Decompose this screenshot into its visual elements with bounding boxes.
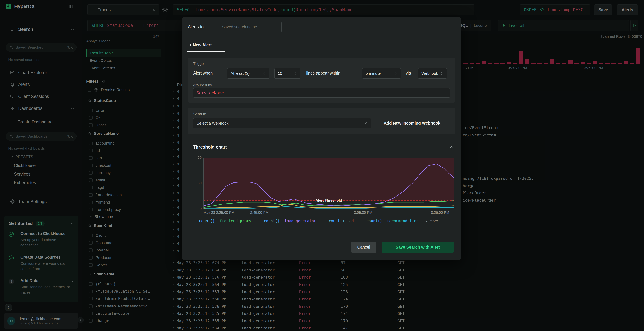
legend-item[interactable]: count() · frontend-proxy	[192, 219, 251, 223]
legend-service: frontend-proxy	[220, 219, 251, 223]
legend-separator: ·	[217, 219, 218, 223]
legend-metric: count()	[264, 219, 280, 223]
legend-service: ad	[349, 219, 354, 223]
alert-threshold-label: Alert Threshold	[316, 199, 342, 203]
condition-select[interactable]: At least (≥)	[227, 68, 269, 79]
number-spinner-icon[interactable]	[294, 72, 297, 75]
legend-service: recommendation	[387, 219, 418, 223]
condition-value: At least (≥)	[230, 71, 250, 76]
select-caret-icon	[394, 72, 397, 75]
text-cursor	[283, 71, 283, 76]
threshold-chart-title: Threshold chart	[193, 144, 227, 150]
lines-within-text: lines appear within	[306, 71, 340, 76]
threshold-input[interactable]: 10	[274, 68, 300, 79]
legend-separator: ·	[346, 219, 348, 223]
legend-item[interactable]: count() · recommendation	[359, 219, 419, 223]
trigger-section: Trigger Alert when At least (≥) 10 lines…	[188, 57, 455, 103]
x-tick: May 28 2:25:00 PM	[204, 211, 234, 215]
hyperdx-app: HyperDX Search ⌘K No saved searches Char…	[0, 0, 644, 331]
legend-metric: count()	[199, 219, 215, 223]
threshold-chart-plot: Alert Threshold	[204, 158, 454, 209]
legend-dash-icon	[322, 221, 327, 221]
x-tick: 2:45:00 PM	[250, 211, 268, 215]
y-tick: 60	[193, 155, 202, 160]
legend-metric: count()	[366, 219, 382, 223]
legend-more-button[interactable]: +3 more	[424, 219, 438, 223]
y-tick: 30	[193, 181, 202, 185]
x-tick: 3:05:00 PM	[354, 211, 372, 215]
legend-metric: count()	[328, 219, 344, 223]
legend-dash-icon	[257, 221, 262, 221]
select-caret-icon	[364, 122, 368, 125]
saved-search-name-input[interactable]	[219, 22, 282, 32]
legend-items: count() · frontend-proxy count() · load-…	[192, 219, 418, 223]
threshold-value: 10	[278, 71, 282, 76]
x-tick: 3:25:00 PM	[431, 211, 449, 215]
legend-item[interactable]: count() · load-generator	[257, 219, 316, 223]
select-caret-icon	[262, 72, 266, 75]
grouped-by-value: ServiceName	[196, 91, 224, 95]
webhook-select-value: Select a Webhook	[196, 121, 228, 126]
cancel-button[interactable]: Cancel	[351, 242, 376, 253]
y-tick: 0	[193, 207, 202, 211]
add-webhook-button[interactable]: Add New Incoming Webhook	[384, 121, 440, 126]
save-search-with-alert-button[interactable]: Save Search with Alert	[382, 242, 454, 253]
channel-value: Webhook	[422, 71, 438, 76]
select-caret-icon	[440, 72, 443, 75]
modal-title: Alerts for	[188, 24, 205, 29]
alert-modal: Alerts for + New Alert Trigger Alert whe…	[182, 17, 461, 260]
grouped-by-input[interactable]: ServiceName	[193, 88, 450, 98]
send-to-section: Send to Select a Webhook Add New Incomin…	[188, 108, 455, 134]
interval-value: 5 minute	[366, 71, 381, 76]
legend-item[interactable]: count() · ad	[322, 219, 354, 223]
tab-new-alert[interactable]: + New Alert	[189, 42, 212, 47]
grouped-by-label: grouped by	[193, 83, 212, 87]
collapse-chart-button[interactable]	[450, 145, 454, 149]
legend-separator: ·	[282, 219, 283, 223]
webhook-select[interactable]: Select a Webhook	[193, 118, 371, 128]
chevron-up-icon	[450, 145, 454, 149]
channel-select[interactable]: Webhook	[418, 68, 447, 79]
legend-dash-icon	[192, 221, 197, 221]
legend-service: load-generator	[284, 219, 316, 223]
threshold-chart-legend: count() · frontend-proxy count() · load-…	[192, 219, 453, 223]
send-to-label: Send to	[193, 112, 206, 116]
legend-separator: ·	[384, 219, 385, 223]
via-text: via	[406, 71, 411, 76]
legend-dash-icon	[359, 221, 364, 221]
interval-select[interactable]: 5 minute	[362, 68, 401, 79]
trigger-label: Trigger	[193, 61, 205, 66]
alert-when-text: Alert when	[193, 71, 213, 76]
